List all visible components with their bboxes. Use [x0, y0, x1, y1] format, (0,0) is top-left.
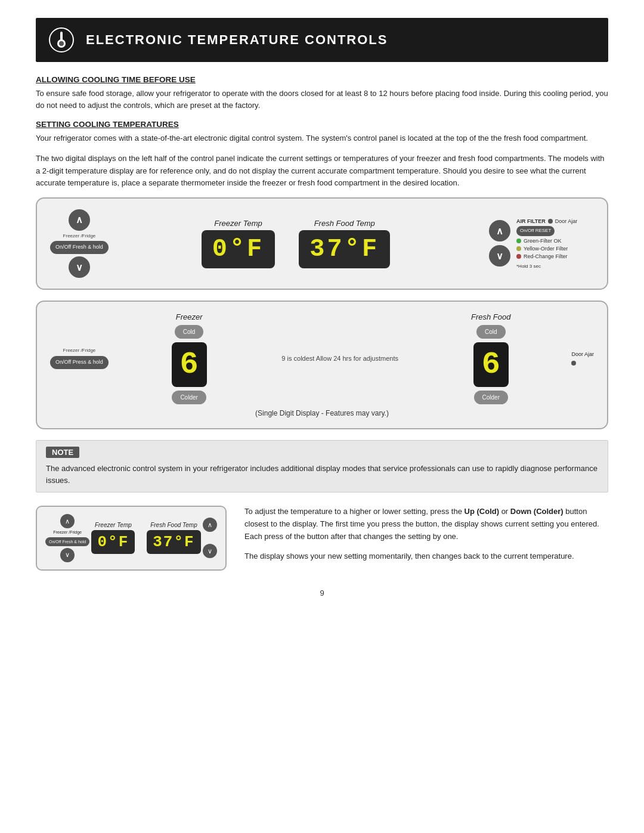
left-ctrl-small: ∧ Freezer /Fridge On/Off Fresh & hold ∨: [45, 514, 89, 562]
page-number: 9: [36, 589, 608, 597]
small-fresh-food-value: 37°F: [153, 533, 194, 551]
small-fresh-food-display: 37°F: [147, 530, 200, 554]
fresh-food-cold-button[interactable]: Cold: [476, 325, 506, 339]
freezer-down-button[interactable]: ∨: [69, 256, 90, 278]
header-icon: [47, 25, 76, 55]
door-ajar-label: Door Ajar: [555, 218, 578, 224]
setting-cooling-para1: Your refrigerator comes with a state-of-…: [36, 132, 608, 144]
displays-row-top: Freezer Temp 0°F Fresh Food Temp 37°F: [109, 219, 483, 268]
panel-small: ∧ Freezer /Fridge On/Off Fresh & hold ∨ …: [36, 506, 227, 570]
small-freezer-value: 0°F: [97, 533, 129, 551]
section-title-setting: SETTING COOLING TEMPERATURES: [36, 120, 608, 129]
fresh-food-colder-button[interactable]: Colder: [474, 391, 508, 404]
small-fresh-food-section: Fresh Food Temp 37°F: [147, 522, 200, 554]
small-fresh-food-down-button[interactable]: ∨: [203, 544, 217, 558]
fresh-food-display: 37°F: [299, 230, 390, 268]
single-door-ajar-label: Door Ajar: [571, 351, 594, 357]
single-freezer-fridge-label: Freezer /Fridge: [63, 348, 96, 354]
left-controls-top: ∧ Freezer /Fridge On/Off Fresh & hold ∨: [50, 209, 109, 278]
single-onoff-button[interactable]: On/Off Press & hold: [50, 356, 109, 369]
yellow-dot: [516, 246, 521, 251]
small-onoff-button[interactable]: On/Off Fresh & hold: [45, 537, 89, 546]
svg-point-3: [59, 41, 64, 46]
section-allowing-cooling: ALLOWING COOLING TIME BEFORE USE To ensu…: [36, 75, 608, 112]
fresh-food-down-button[interactable]: ∨: [489, 245, 510, 267]
bottom-section: ∧ Freezer /Fridge On/Off Fresh & hold ∨ …: [36, 506, 608, 570]
freezer-single-value: 6: [180, 347, 199, 382]
page-header: ELECTRONIC TEMPERATURE CONTROLS: [36, 18, 608, 62]
hold-note: *Hold 3 sec: [516, 264, 594, 269]
freezer-colder-button[interactable]: Colder: [172, 391, 206, 404]
single-digit-caption: (Single Digit Display - Features may var…: [50, 409, 594, 417]
bottom-para2: The display shows your new setting momen…: [244, 550, 608, 563]
panel-top-digital: ∧ Freezer /Fridge On/Off Fresh & hold ∨ …: [36, 197, 608, 290]
fresh-food-single-display: 6: [473, 342, 509, 387]
fresh-food-cold-colder: Cold 6 Colder: [467, 325, 515, 404]
fresh-food-up-button[interactable]: ∧: [489, 220, 510, 241]
note-title: NOTE: [46, 447, 79, 458]
single-door-ajar-dot: [571, 361, 576, 366]
displays-row-small: Freezer Temp 0°F Fresh Food Temp 37°F: [91, 522, 200, 554]
small-freezer-label: Freezer Temp: [95, 522, 132, 528]
freezer-display: 0°F: [202, 230, 275, 268]
red-dot: [516, 254, 521, 259]
green-dot: [516, 239, 521, 243]
single-fresh-food-label: Fresh Food: [471, 312, 510, 321]
freezer-up-button[interactable]: ∧: [69, 209, 90, 231]
door-ajar-dot: [548, 219, 553, 224]
freezer-fridge-label: Freezer /Fridge: [63, 233, 96, 239]
small-freezer-up-button[interactable]: ∧: [60, 514, 75, 528]
single-freezer-section: Freezer Cold 6 Colder: [166, 312, 213, 404]
bottom-text: To adjust the temperature to a higher or…: [244, 506, 608, 569]
panel-single-digit: Freezer /Fridge On/Off Press & hold Free…: [36, 301, 608, 429]
small-freezer-display: 0°F: [91, 530, 135, 554]
freezer-display-value: 0°F: [212, 235, 265, 264]
controls-row-small: ∧ Freezer /Fridge On/Off Fresh & hold ∨ …: [45, 514, 217, 562]
note-box: NOTE The advanced electronic control sys…: [36, 440, 608, 493]
fresh-food-display-value: 37°F: [309, 235, 379, 264]
yellow-filter-row: Yellow-Order Filter: [516, 246, 594, 252]
small-freezer-section: Freezer Temp 0°F: [91, 522, 135, 554]
bottom-para1: To adjust the temperature to a higher or…: [244, 506, 608, 543]
single-freezer-label: Freezer: [176, 312, 203, 321]
section-title-allowing: ALLOWING COOLING TIME BEFORE USE: [36, 75, 608, 84]
freezer-cold-button[interactable]: Cold: [175, 325, 204, 339]
air-filter-label: AIR FILTER: [516, 218, 546, 224]
right-arrows-small: ∧ ∨: [203, 518, 217, 558]
single-digit-row: Freezer /Fridge On/Off Press & hold Free…: [50, 312, 594, 404]
single-fresh-food-section: Fresh Food Cold 6 Colder: [467, 312, 515, 404]
right-info-panel: AIR FILTER Door Ajar On/Off RESET Green-…: [516, 218, 594, 268]
freezer-temp-section: Freezer Temp 0°F: [202, 219, 275, 268]
small-fresh-food-up-button[interactable]: ∧: [203, 518, 217, 532]
green-filter-row: Green-Filter OK: [516, 238, 594, 244]
onoff-fresh-button[interactable]: On/Off Fresh & hold: [50, 241, 109, 254]
onoff-reset-button[interactable]: On/Off RESET: [516, 226, 555, 236]
freezer-cold-colder: Cold 6 Colder: [166, 325, 213, 404]
single-left-controls: Freezer /Fridge On/Off Press & hold: [50, 348, 109, 368]
green-filter-label: Green-Filter OK: [524, 238, 562, 244]
single-right-info: Door Ajar: [571, 351, 594, 366]
air-filter-row: AIR FILTER Door Ajar: [516, 218, 594, 224]
fresh-food-temp-label: Fresh Food Temp: [314, 219, 375, 228]
section-setting-cooling: SETTING COOLING TEMPERATURES Your refrig…: [36, 120, 608, 189]
freezer-temp-label: Freezer Temp: [214, 219, 262, 228]
onoff-reset-row: On/Off RESET: [516, 226, 594, 236]
yellow-filter-label: Yellow-Order Filter: [524, 246, 568, 252]
red-filter-row: Red-Change Filter: [516, 253, 594, 259]
small-freezer-fridge-label: Freezer /Fridge: [53, 530, 82, 535]
page-title: ELECTRONIC TEMPERATURE CONTROLS: [86, 32, 388, 48]
small-fresh-food-label: Fresh Food Temp: [150, 522, 197, 528]
bottom-panel-wrap: ∧ Freezer /Fridge On/Off Fresh & hold ∨ …: [36, 506, 227, 570]
red-filter-label: Red-Change Filter: [524, 253, 568, 259]
setting-cooling-para2: The two digital displays on the left hal…: [36, 153, 608, 188]
fresh-food-temp-section: Fresh Food Temp 37°F: [299, 219, 390, 268]
middle-note: 9 is coldest Allow 24 hrs for adjustment…: [270, 354, 410, 364]
allowing-cooling-para: To ensure safe food storage, allow your …: [36, 88, 608, 112]
fresh-food-single-value: 6: [482, 347, 500, 382]
freezer-single-display: 6: [172, 342, 207, 387]
small-freezer-down-button[interactable]: ∨: [60, 548, 75, 562]
note-text: The advanced electronic control system i…: [46, 463, 598, 486]
